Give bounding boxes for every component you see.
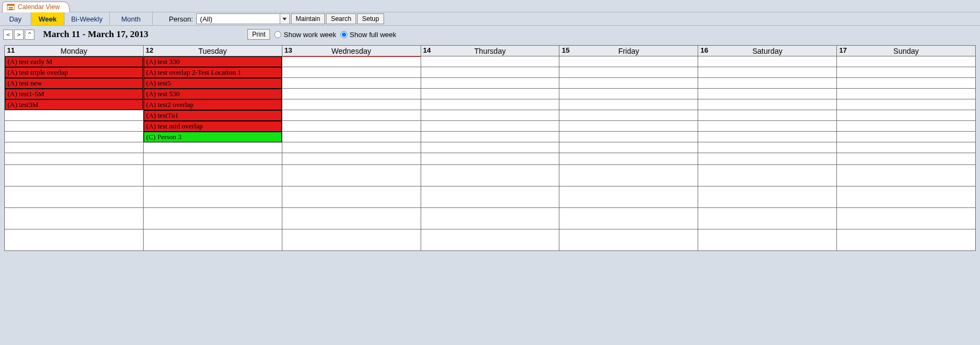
day-header[interactable]: 15Friday: [559, 46, 698, 56]
empty-slot[interactable]: [421, 89, 559, 99]
empty-slot[interactable]: [282, 208, 421, 229]
empty-slot[interactable]: [421, 56, 559, 67]
empty-slot[interactable]: [5, 110, 143, 121]
empty-slot[interactable]: [282, 78, 421, 89]
empty-slot[interactable]: [837, 89, 975, 99]
calendar-event[interactable]: (A) test1-5M: [5, 89, 143, 99]
empty-slot[interactable]: [282, 142, 421, 153]
empty-slot[interactable]: [421, 67, 559, 78]
empty-slot[interactable]: [559, 67, 698, 78]
empty-slot[interactable]: [837, 208, 975, 229]
empty-slot[interactable]: [282, 229, 421, 251]
view-tab-month[interactable]: Month: [110, 12, 153, 25]
empty-slot[interactable]: [5, 121, 143, 132]
empty-slot[interactable]: [282, 186, 421, 208]
empty-slot[interactable]: [421, 165, 559, 186]
radio-work-week-input[interactable]: [274, 31, 281, 38]
radio-work-week[interactable]: Show work week: [274, 31, 336, 39]
empty-slot[interactable]: [421, 132, 559, 142]
empty-slot[interactable]: [282, 89, 421, 99]
empty-slot[interactable]: [837, 78, 975, 89]
person-select[interactable]: (All): [196, 13, 290, 24]
empty-slot[interactable]: [282, 165, 421, 186]
up-button[interactable]: ^: [25, 30, 34, 40]
empty-slot[interactable]: [559, 153, 698, 165]
empty-slot[interactable]: [837, 186, 975, 208]
empty-slot[interactable]: [837, 165, 975, 186]
empty-slot[interactable]: [559, 229, 698, 251]
empty-slot[interactable]: [559, 132, 698, 142]
calendar-event[interactable]: (A) test3M: [5, 99, 143, 110]
empty-slot[interactable]: [144, 186, 282, 208]
empty-slot[interactable]: [559, 186, 698, 208]
empty-slot[interactable]: [559, 208, 698, 229]
empty-slot[interactable]: [5, 229, 143, 251]
calendar-event[interactable]: (A) test 530: [144, 89, 282, 99]
empty-slot[interactable]: [559, 165, 698, 186]
empty-slot[interactable]: [421, 153, 559, 165]
empty-slot[interactable]: [698, 110, 836, 121]
day-header[interactable]: 16Saturday: [698, 46, 837, 56]
empty-slot[interactable]: [5, 208, 143, 229]
empty-slot[interactable]: [837, 229, 975, 251]
empty-slot[interactable]: [559, 99, 698, 110]
empty-slot[interactable]: [421, 78, 559, 89]
empty-slot[interactable]: [282, 99, 421, 110]
empty-slot[interactable]: [421, 110, 559, 121]
empty-slot[interactable]: [837, 142, 975, 153]
view-tab-day[interactable]: Day: [0, 12, 31, 25]
empty-slot[interactable]: [559, 78, 698, 89]
empty-slot[interactable]: [837, 67, 975, 78]
view-tab-biweekly[interactable]: Bi-Weekly: [65, 12, 110, 25]
empty-slot[interactable]: [421, 99, 559, 110]
empty-slot[interactable]: [559, 121, 698, 132]
empty-slot[interactable]: [698, 56, 836, 67]
empty-slot[interactable]: [5, 153, 143, 165]
empty-slot[interactable]: [5, 132, 143, 142]
radio-full-week[interactable]: Show full week: [340, 31, 396, 39]
empty-slot[interactable]: [559, 110, 698, 121]
empty-slot[interactable]: [698, 132, 836, 142]
empty-slot[interactable]: [5, 186, 143, 208]
empty-slot[interactable]: [837, 110, 975, 121]
empty-slot[interactable]: [282, 153, 421, 165]
calendar-event[interactable]: (A) test mid overlap: [144, 121, 282, 132]
empty-slot[interactable]: [421, 208, 559, 229]
day-header[interactable]: 13Wednesday: [282, 46, 421, 56]
view-tab-week[interactable]: Week: [31, 12, 65, 25]
empty-slot[interactable]: [698, 165, 836, 186]
empty-slot[interactable]: [144, 153, 282, 165]
print-button[interactable]: Print: [247, 29, 271, 40]
calendar-event[interactable]: (A) test new: [5, 78, 143, 89]
calendar-event[interactable]: (A) test triple overlap: [5, 67, 143, 78]
empty-slot[interactable]: [282, 56, 421, 67]
empty-slot[interactable]: [282, 67, 421, 78]
empty-slot[interactable]: [421, 186, 559, 208]
empty-slot[interactable]: [698, 229, 836, 251]
maintain-button[interactable]: Maintain: [291, 13, 325, 24]
empty-slot[interactable]: [421, 142, 559, 153]
empty-slot[interactable]: [144, 165, 282, 186]
calendar-event[interactable]: (A) test overlap 2-Test Location 1: [144, 67, 282, 78]
empty-slot[interactable]: [698, 208, 836, 229]
empty-slot[interactable]: [282, 110, 421, 121]
empty-slot[interactable]: [698, 99, 836, 110]
document-tab[interactable]: Calendar View: [2, 2, 70, 12]
empty-slot[interactable]: [5, 142, 143, 153]
empty-slot[interactable]: [282, 132, 421, 142]
empty-slot[interactable]: [144, 208, 282, 229]
empty-slot[interactable]: [837, 132, 975, 142]
empty-slot[interactable]: [837, 153, 975, 165]
calendar-event[interactable]: (C) Person 3: [144, 132, 282, 142]
next-button[interactable]: >: [14, 30, 24, 40]
prev-button[interactable]: <: [3, 30, 13, 40]
empty-slot[interactable]: [698, 78, 836, 89]
empty-slot[interactable]: [698, 121, 836, 132]
empty-slot[interactable]: [837, 121, 975, 132]
day-header[interactable]: 11Monday: [5, 46, 144, 56]
radio-full-week-input[interactable]: [340, 31, 347, 38]
empty-slot[interactable]: [559, 56, 698, 67]
empty-slot[interactable]: [698, 89, 836, 99]
calendar-event[interactable]: (A) testTu1: [144, 110, 282, 121]
empty-slot[interactable]: [698, 67, 836, 78]
